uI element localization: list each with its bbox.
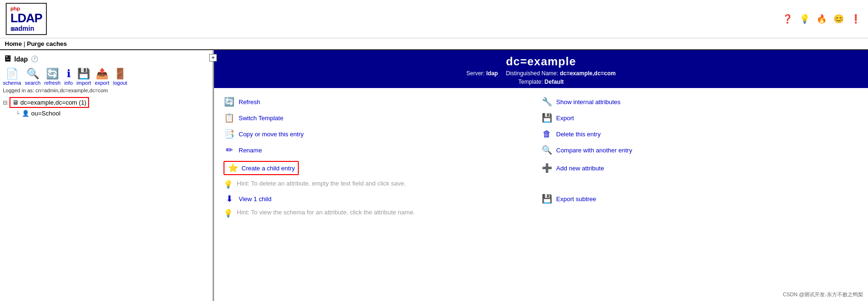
info-button[interactable]: ℹ info	[64, 68, 73, 86]
refresh-icon: 🔄	[46, 68, 59, 80]
tree-collapse-icon[interactable]: ⊟	[3, 99, 8, 106]
compare-action[interactable]: 🔍 Compare with another entry	[541, 142, 859, 158]
compare-icon: 🔍	[541, 145, 553, 155]
expand-panel-button[interactable]: +	[209, 54, 217, 62]
logged-in-info: Logged in as: cn=admin,dc=example,dc=com	[3, 88, 210, 93]
purge-caches-link[interactable]: Purge caches	[27, 40, 67, 47]
watermark: CSDN @测试开发-东方不败之鸭梨	[783, 291, 863, 298]
export-button[interactable]: 📤 export	[95, 68, 109, 86]
search-button[interactable]: 🔍 search	[25, 68, 41, 86]
delete-entry-icon: 🗑	[541, 129, 553, 139]
warning-icon[interactable]: ❗	[849, 12, 862, 26]
switch-template-action[interactable]: 📋 Switch Template	[224, 110, 541, 126]
export-subtree-action[interactable]: 💾 Export subtree	[541, 191, 859, 207]
schema-button[interactable]: 📄 schema	[3, 68, 21, 86]
delete-entry-action[interactable]: 🗑 Delete this entry	[541, 126, 859, 142]
main-layout: 🖥 ldap 🕐 📄 schema 🔍 search 🔄 refresh ℹ i…	[0, 50, 868, 301]
hint1-item: 💡 Hint: To delete an attribute, empty th…	[224, 178, 859, 191]
create-child-label: Create a child entry	[242, 165, 295, 172]
schema-icon: 📄	[6, 68, 18, 80]
hint1-text: Hint: To delete an attribute, empty the …	[237, 180, 406, 187]
hint2-icon: 💡	[224, 209, 233, 218]
show-internal-label: Show internal attributes	[556, 98, 621, 106]
tree-root-item[interactable]: 🖥 dc=example,dc=com (1)	[9, 97, 89, 108]
tree-child-item[interactable]: └ 👤 ou=School	[16, 110, 210, 117]
refresh-action-label: Refresh	[239, 98, 260, 106]
right-panel: dc=example Server: ldap Distinguished Na…	[214, 50, 868, 301]
logout-label: logout	[113, 80, 127, 86]
create-child-action[interactable]: ⭐ Create a child entry	[224, 158, 541, 178]
admin-label: ⊞admin	[10, 25, 42, 32]
switch-template-icon: 📋	[224, 113, 235, 123]
logo-box: php LDAP ⊞admin	[6, 3, 47, 35]
delete-entry-label: Delete this entry	[556, 131, 601, 138]
smiley-icon[interactable]: 😊	[832, 12, 845, 26]
hint2-text: Hint: To view the schema for an attribut…	[237, 209, 415, 216]
nav-bar: Home | Purge caches	[0, 38, 868, 50]
actions-area: 🔄 Refresh 🔧 Show internal attributes 📋 S…	[214, 88, 868, 225]
template-value: Default	[545, 79, 564, 85]
add-attribute-label: Add new attribute	[556, 165, 604, 172]
search-label: search	[25, 80, 41, 86]
add-attribute-action[interactable]: ➕ Add new attribute	[541, 158, 859, 178]
copy-move-action[interactable]: 📑 Copy or move this entry	[224, 126, 541, 142]
topbar: php LDAP ⊞admin ❓ 💡 🔥 😊 ❗	[0, 0, 868, 38]
panel-divider: +	[213, 50, 214, 301]
view-child-icon: ⬇	[224, 194, 235, 204]
compare-label: Compare with another entry	[556, 147, 632, 154]
rename-action[interactable]: ✏ Rename	[224, 142, 541, 158]
hint1-icon: 💡	[224, 180, 233, 189]
lightbulb-icon[interactable]: 💡	[798, 12, 811, 26]
copy-move-label: Copy or move this entry	[239, 131, 304, 138]
schema-label: schema	[3, 80, 21, 86]
refresh-label: refresh	[45, 80, 61, 86]
top-icons: ❓ 💡 🔥 😊 ❗	[781, 12, 862, 26]
logout-button[interactable]: 🚪 logout	[113, 68, 127, 86]
rename-label: Rename	[239, 147, 262, 154]
show-internal-icon: 🔧	[541, 97, 553, 107]
export-subtree-icon: 💾	[541, 194, 553, 204]
left-panel: 🖥 ldap 🕐 📄 schema 🔍 search 🔄 refresh ℹ i…	[0, 50, 213, 301]
tree-child-icon: 👤	[22, 110, 29, 117]
tree-children: └ 👤 ou=School	[3, 110, 210, 117]
template-meta: Template: Default	[214, 79, 868, 85]
help-icon[interactable]: ❓	[781, 12, 794, 26]
entry-header: dc=example Server: ldap Distinguished Na…	[214, 50, 868, 88]
export-label: export	[95, 80, 109, 86]
refresh-action-icon: 🔄	[224, 97, 235, 107]
server-label: Server:	[466, 70, 485, 77]
copy-move-icon: 📑	[224, 129, 235, 139]
logout-icon: 🚪	[114, 68, 126, 80]
view-child-action[interactable]: ⬇ View 1 child	[224, 191, 541, 207]
refresh-action[interactable]: 🔄 Refresh	[224, 94, 541, 110]
fire-icon[interactable]: 🔥	[815, 12, 828, 26]
ldap-label: LDAP	[10, 11, 42, 25]
import-button[interactable]: 💾 import	[77, 68, 91, 86]
info-label: info	[64, 80, 73, 86]
export-action-label: Export	[556, 115, 574, 122]
refresh-button[interactable]: 🔄 refresh	[45, 68, 61, 86]
view-child-label: View 1 child	[239, 195, 271, 203]
create-child-icon: ⭐	[227, 163, 239, 173]
export-action-icon: 💾	[541, 113, 553, 123]
home-link[interactable]: Home	[5, 40, 22, 47]
server-value: ldap	[486, 70, 498, 77]
import-label: import	[77, 80, 91, 86]
search-icon: 🔍	[27, 68, 39, 80]
dn-label: Distinguished Name:	[506, 70, 558, 77]
import-icon: 💾	[77, 68, 90, 80]
entry-meta: Server: ldap Distinguished Name: dc=exam…	[214, 70, 868, 77]
template-label: Template:	[518, 79, 543, 85]
hint2-item: 💡 Hint: To view the schema for an attrib…	[224, 207, 859, 220]
tree-root-icon: 🖥	[12, 99, 18, 106]
clock-icon: 🕐	[31, 55, 38, 62]
export-action[interactable]: 💾 Export	[541, 110, 859, 126]
switch-template-label: Switch Template	[239, 115, 283, 122]
dn-value: dc=example,dc=com	[560, 70, 616, 77]
entry-title: dc=example	[214, 55, 868, 68]
info-icon: ℹ	[67, 68, 71, 80]
create-child-highlight-box: ⭐ Create a child entry	[224, 161, 299, 175]
show-internal-action[interactable]: 🔧 Show internal attributes	[541, 94, 859, 110]
tree-root-label: dc=example,dc=com (1)	[20, 99, 86, 106]
nav-separator: |	[24, 40, 27, 47]
